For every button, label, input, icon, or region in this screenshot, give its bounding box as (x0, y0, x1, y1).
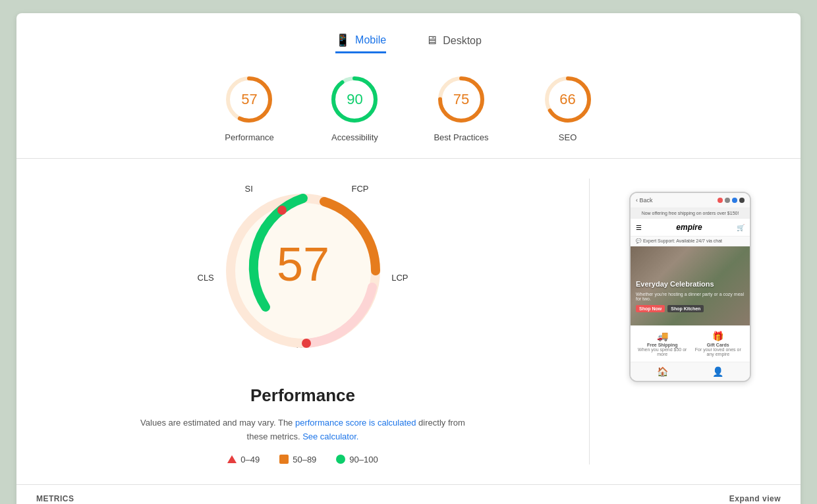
main-card: 📱 Mobile 🖥 Desktop 57 Performance (16, 13, 801, 504)
score-label-accessibility: Accessibility (331, 132, 378, 142)
score-value-performance: 57 (241, 91, 257, 108)
section-divider (589, 179, 590, 464)
phone-hero-buttons: Shop Now Shop Kitchen (636, 305, 745, 312)
tab-desktop-label: Desktop (443, 35, 482, 47)
desktop-icon: 🖥 (426, 34, 437, 47)
svg-point-10 (277, 206, 287, 215)
score-seo: 66 SEO (542, 73, 594, 142)
legend-fail-icon (227, 455, 237, 463)
phone-nav-home: 🏠 (657, 366, 668, 377)
phone-hero-title: Everyday Celebrations (636, 280, 745, 288)
score-value-best-practices: 75 (453, 91, 469, 108)
info-text: Values are estimated and may vary. The p… (138, 416, 468, 444)
phone-btn-kitchen: Shop Kitchen (667, 305, 704, 312)
phone-top-bar: ‹ Back (631, 193, 750, 208)
phone-mockup: ‹ Back Now offering free shipping on ord… (629, 192, 751, 382)
phone-hero: Everyday Celebrations Whether you're hos… (631, 246, 750, 325)
legend-pass: 90–100 (336, 455, 378, 464)
left-panel: SI FCP CLS LCP TBT (56, 179, 549, 464)
phone-feature-shipping-label: Free Shipping (636, 343, 689, 347)
phone-hero-content: Everyday Celebrations Whether you're hos… (636, 280, 745, 312)
footer: METRICS Expand view (16, 484, 801, 504)
phone-feature-giftcards: 🎁 Gift Cards For your loved ones or any … (692, 331, 745, 356)
scores-row: 57 Performance 90 Accessibility (30, 73, 787, 142)
phone-feature-giftcards-label: Gift Cards (692, 343, 745, 347)
score-value-seo: 66 (559, 91, 575, 108)
main-score-label: Performance (250, 385, 355, 406)
calculator-link[interactable]: See calculator. (302, 432, 358, 441)
phone-btn-shop: Shop Now (636, 305, 665, 312)
phone-feature-shipping-sub: When you spend $50 or more (636, 347, 689, 356)
phone-dots (718, 198, 745, 203)
score-circle-performance: 57 (223, 73, 275, 126)
phone-nav-person: 👤 (712, 366, 723, 377)
tabs-container: 📱 Mobile 🖥 Desktop (30, 33, 787, 53)
score-label-best-practices: Best Practices (434, 132, 488, 142)
mobile-icon: 📱 (335, 33, 350, 47)
score-circle-accessibility: 90 (328, 73, 381, 126)
tab-desktop[interactable]: 🖥 Desktop (426, 33, 482, 53)
svg-text:57: 57 (276, 238, 329, 291)
dot-red (718, 198, 723, 203)
top-section: 📱 Mobile 🖥 Desktop 57 Performance (16, 13, 801, 159)
performance-score-link[interactable]: performance score is calculated (295, 418, 416, 428)
legend-average-label: 50–89 (293, 455, 316, 464)
score-best-practices: 75 Best Practices (434, 73, 488, 142)
expand-view-button[interactable]: Expand view (729, 494, 781, 503)
metrics-label: METRICS (36, 494, 74, 503)
score-value-accessibility: 90 (347, 91, 362, 108)
right-panel: ‹ Back Now offering free shipping on ord… (629, 179, 761, 464)
bottom-section: SI FCP CLS LCP TBT (16, 159, 801, 484)
legend-average-icon (279, 455, 289, 464)
phone-navigation: ☰ empire 🛒 (631, 219, 750, 237)
score-performance: 57 Performance (223, 73, 275, 142)
phone-hero-subtitle: Whether you're hosting a dinner party or… (636, 292, 745, 301)
legend-average: 50–89 (279, 455, 316, 464)
phone-bottom-nav: 🏠 👤 (631, 362, 750, 381)
dot-gray1 (725, 198, 730, 203)
phone-features: 🚚 Free Shipping When you spend $50 or mo… (631, 325, 750, 362)
score-label-seo: SEO (559, 132, 577, 142)
phone-banner: Now offering free shipping on orders ove… (631, 208, 750, 219)
dot-dark (739, 198, 745, 203)
phone-feature-giftcards-sub: For your loved ones or any empire (692, 347, 745, 356)
legend: 0–49 50–89 90–100 (227, 455, 378, 464)
tab-mobile[interactable]: 📱 Mobile (335, 33, 386, 53)
phone-logo: empire (676, 223, 702, 232)
giftcard-icon: 🎁 (692, 331, 745, 341)
score-circle-seo: 66 (542, 73, 594, 126)
score-accessibility: 90 Accessibility (328, 73, 381, 142)
legend-fail-label: 0–49 (240, 455, 260, 464)
phone-back-btn: ‹ Back (636, 197, 653, 204)
legend-fail: 0–49 (227, 455, 260, 464)
legend-pass-label: 90–100 (349, 455, 378, 464)
phone-feature-shipping: 🚚 Free Shipping When you spend $50 or mo… (636, 331, 689, 356)
legend-pass-icon (336, 455, 345, 464)
phone-support-bar: 💬 Expert Support: Available 24/7 via cha… (631, 237, 750, 246)
tab-mobile-label: Mobile (355, 34, 386, 46)
shipping-icon: 🚚 (636, 331, 689, 341)
svg-point-11 (302, 339, 311, 348)
dot-blue (732, 198, 737, 203)
score-label-performance: Performance (225, 132, 273, 142)
score-circle-best-practices: 75 (435, 73, 488, 126)
